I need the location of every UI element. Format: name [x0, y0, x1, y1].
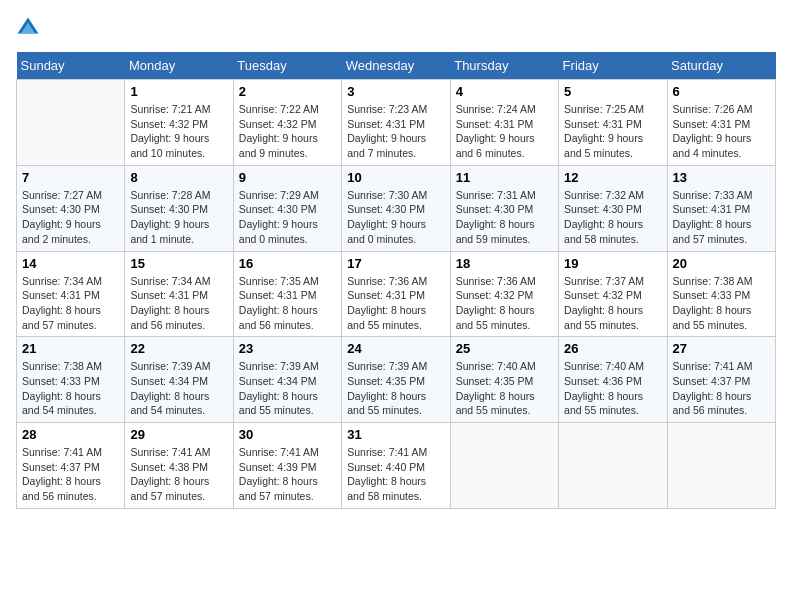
- calendar-day-cell: 9Sunrise: 7:29 AM Sunset: 4:30 PM Daylig…: [233, 165, 341, 251]
- calendar-day-cell: 31Sunrise: 7:41 AM Sunset: 4:40 PM Dayli…: [342, 423, 450, 509]
- logo: [16, 16, 44, 40]
- calendar-week-row: 28Sunrise: 7:41 AM Sunset: 4:37 PM Dayli…: [17, 423, 776, 509]
- day-info: Sunrise: 7:41 AM Sunset: 4:40 PM Dayligh…: [347, 445, 444, 504]
- day-number: 6: [673, 84, 770, 99]
- day-number: 8: [130, 170, 227, 185]
- day-number: 28: [22, 427, 119, 442]
- day-info: Sunrise: 7:31 AM Sunset: 4:30 PM Dayligh…: [456, 188, 553, 247]
- day-number: 27: [673, 341, 770, 356]
- calendar-day-cell: 8Sunrise: 7:28 AM Sunset: 4:30 PM Daylig…: [125, 165, 233, 251]
- day-number: 21: [22, 341, 119, 356]
- day-info: Sunrise: 7:33 AM Sunset: 4:31 PM Dayligh…: [673, 188, 770, 247]
- day-number: 12: [564, 170, 661, 185]
- day-number: 11: [456, 170, 553, 185]
- day-of-week-header: Saturday: [667, 52, 775, 80]
- day-number: 25: [456, 341, 553, 356]
- day-number: 9: [239, 170, 336, 185]
- day-info: Sunrise: 7:22 AM Sunset: 4:32 PM Dayligh…: [239, 102, 336, 161]
- calendar-day-cell: 3Sunrise: 7:23 AM Sunset: 4:31 PM Daylig…: [342, 80, 450, 166]
- day-number: 30: [239, 427, 336, 442]
- day-of-week-header: Thursday: [450, 52, 558, 80]
- day-number: 4: [456, 84, 553, 99]
- day-number: 24: [347, 341, 444, 356]
- calendar-table: SundayMondayTuesdayWednesdayThursdayFrid…: [16, 52, 776, 509]
- calendar-day-cell: [559, 423, 667, 509]
- calendar-day-cell: 1Sunrise: 7:21 AM Sunset: 4:32 PM Daylig…: [125, 80, 233, 166]
- day-number: 15: [130, 256, 227, 271]
- calendar-day-cell: 6Sunrise: 7:26 AM Sunset: 4:31 PM Daylig…: [667, 80, 775, 166]
- calendar-day-cell: 7Sunrise: 7:27 AM Sunset: 4:30 PM Daylig…: [17, 165, 125, 251]
- day-info: Sunrise: 7:40 AM Sunset: 4:36 PM Dayligh…: [564, 359, 661, 418]
- day-info: Sunrise: 7:28 AM Sunset: 4:30 PM Dayligh…: [130, 188, 227, 247]
- day-number: 29: [130, 427, 227, 442]
- calendar-week-row: 14Sunrise: 7:34 AM Sunset: 4:31 PM Dayli…: [17, 251, 776, 337]
- day-number: 7: [22, 170, 119, 185]
- calendar-day-cell: 29Sunrise: 7:41 AM Sunset: 4:38 PM Dayli…: [125, 423, 233, 509]
- calendar-header-row: SundayMondayTuesdayWednesdayThursdayFrid…: [17, 52, 776, 80]
- day-info: Sunrise: 7:30 AM Sunset: 4:30 PM Dayligh…: [347, 188, 444, 247]
- calendar-day-cell: 23Sunrise: 7:39 AM Sunset: 4:34 PM Dayli…: [233, 337, 341, 423]
- calendar-day-cell: 17Sunrise: 7:36 AM Sunset: 4:31 PM Dayli…: [342, 251, 450, 337]
- calendar-day-cell: 24Sunrise: 7:39 AM Sunset: 4:35 PM Dayli…: [342, 337, 450, 423]
- day-info: Sunrise: 7:37 AM Sunset: 4:32 PM Dayligh…: [564, 274, 661, 333]
- day-number: 26: [564, 341, 661, 356]
- day-info: Sunrise: 7:41 AM Sunset: 4:38 PM Dayligh…: [130, 445, 227, 504]
- day-info: Sunrise: 7:29 AM Sunset: 4:30 PM Dayligh…: [239, 188, 336, 247]
- calendar-day-cell: 13Sunrise: 7:33 AM Sunset: 4:31 PM Dayli…: [667, 165, 775, 251]
- day-number: 1: [130, 84, 227, 99]
- calendar-day-cell: 15Sunrise: 7:34 AM Sunset: 4:31 PM Dayli…: [125, 251, 233, 337]
- day-number: 18: [456, 256, 553, 271]
- day-info: Sunrise: 7:26 AM Sunset: 4:31 PM Dayligh…: [673, 102, 770, 161]
- day-of-week-header: Sunday: [17, 52, 125, 80]
- day-info: Sunrise: 7:39 AM Sunset: 4:34 PM Dayligh…: [130, 359, 227, 418]
- day-number: 20: [673, 256, 770, 271]
- day-info: Sunrise: 7:39 AM Sunset: 4:34 PM Dayligh…: [239, 359, 336, 418]
- day-number: 17: [347, 256, 444, 271]
- day-number: 16: [239, 256, 336, 271]
- day-number: 19: [564, 256, 661, 271]
- day-info: Sunrise: 7:38 AM Sunset: 4:33 PM Dayligh…: [22, 359, 119, 418]
- day-info: Sunrise: 7:38 AM Sunset: 4:33 PM Dayligh…: [673, 274, 770, 333]
- calendar-day-cell: [17, 80, 125, 166]
- calendar-day-cell: 22Sunrise: 7:39 AM Sunset: 4:34 PM Dayli…: [125, 337, 233, 423]
- calendar-day-cell: 27Sunrise: 7:41 AM Sunset: 4:37 PM Dayli…: [667, 337, 775, 423]
- day-number: 14: [22, 256, 119, 271]
- day-info: Sunrise: 7:36 AM Sunset: 4:32 PM Dayligh…: [456, 274, 553, 333]
- calendar-week-row: 1Sunrise: 7:21 AM Sunset: 4:32 PM Daylig…: [17, 80, 776, 166]
- day-number: 23: [239, 341, 336, 356]
- calendar-day-cell: 19Sunrise: 7:37 AM Sunset: 4:32 PM Dayli…: [559, 251, 667, 337]
- day-number: 10: [347, 170, 444, 185]
- day-info: Sunrise: 7:41 AM Sunset: 4:37 PM Dayligh…: [22, 445, 119, 504]
- calendar-day-cell: 14Sunrise: 7:34 AM Sunset: 4:31 PM Dayli…: [17, 251, 125, 337]
- day-info: Sunrise: 7:21 AM Sunset: 4:32 PM Dayligh…: [130, 102, 227, 161]
- day-info: Sunrise: 7:27 AM Sunset: 4:30 PM Dayligh…: [22, 188, 119, 247]
- day-info: Sunrise: 7:39 AM Sunset: 4:35 PM Dayligh…: [347, 359, 444, 418]
- calendar-day-cell: 21Sunrise: 7:38 AM Sunset: 4:33 PM Dayli…: [17, 337, 125, 423]
- day-info: Sunrise: 7:41 AM Sunset: 4:39 PM Dayligh…: [239, 445, 336, 504]
- calendar-day-cell: 5Sunrise: 7:25 AM Sunset: 4:31 PM Daylig…: [559, 80, 667, 166]
- calendar-day-cell: 10Sunrise: 7:30 AM Sunset: 4:30 PM Dayli…: [342, 165, 450, 251]
- calendar-day-cell: 4Sunrise: 7:24 AM Sunset: 4:31 PM Daylig…: [450, 80, 558, 166]
- calendar-day-cell: 26Sunrise: 7:40 AM Sunset: 4:36 PM Dayli…: [559, 337, 667, 423]
- day-info: Sunrise: 7:24 AM Sunset: 4:31 PM Dayligh…: [456, 102, 553, 161]
- calendar-day-cell: 16Sunrise: 7:35 AM Sunset: 4:31 PM Dayli…: [233, 251, 341, 337]
- day-info: Sunrise: 7:25 AM Sunset: 4:31 PM Dayligh…: [564, 102, 661, 161]
- day-of-week-header: Friday: [559, 52, 667, 80]
- day-of-week-header: Monday: [125, 52, 233, 80]
- calendar-day-cell: 20Sunrise: 7:38 AM Sunset: 4:33 PM Dayli…: [667, 251, 775, 337]
- day-of-week-header: Wednesday: [342, 52, 450, 80]
- calendar-day-cell: 25Sunrise: 7:40 AM Sunset: 4:35 PM Dayli…: [450, 337, 558, 423]
- day-number: 3: [347, 84, 444, 99]
- day-number: 31: [347, 427, 444, 442]
- page-header: [16, 16, 776, 40]
- day-number: 5: [564, 84, 661, 99]
- day-info: Sunrise: 7:40 AM Sunset: 4:35 PM Dayligh…: [456, 359, 553, 418]
- calendar-day-cell: 2Sunrise: 7:22 AM Sunset: 4:32 PM Daylig…: [233, 80, 341, 166]
- logo-icon: [16, 16, 40, 40]
- day-info: Sunrise: 7:32 AM Sunset: 4:30 PM Dayligh…: [564, 188, 661, 247]
- day-of-week-header: Tuesday: [233, 52, 341, 80]
- day-number: 22: [130, 341, 227, 356]
- calendar-day-cell: [667, 423, 775, 509]
- calendar-day-cell: [450, 423, 558, 509]
- calendar-day-cell: 28Sunrise: 7:41 AM Sunset: 4:37 PM Dayli…: [17, 423, 125, 509]
